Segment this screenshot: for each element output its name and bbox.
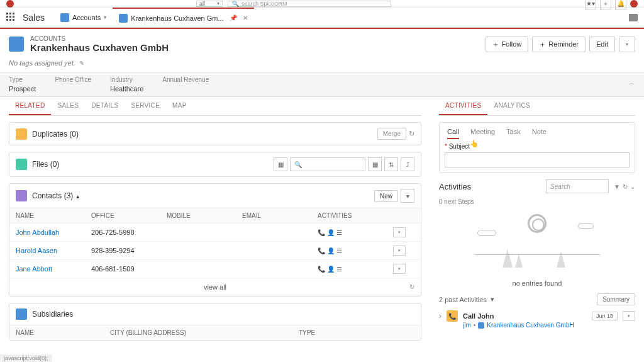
subject-input[interactable]: [445, 152, 630, 167]
app-launcher-icon[interactable]: [6, 13, 16, 23]
person-icon[interactable]: 👤: [327, 266, 335, 273]
nav-tab-accounts[interactable]: Accounts ▾: [54, 8, 113, 28]
refresh-icon[interactable]: ↻: [409, 130, 414, 138]
contact-office: 406-681-1509: [91, 265, 167, 273]
plus-icon: ＋: [539, 40, 546, 49]
new-contact-button[interactable]: New: [374, 190, 398, 202]
collapse-fields-icon[interactable]: ︿: [629, 79, 635, 88]
refresh-icon[interactable]: ↻: [409, 283, 414, 290]
chevron-down-icon[interactable]: ⌄: [630, 183, 635, 190]
activities-search[interactable]: Search: [546, 179, 609, 193]
files-panel: Files (0) ▦ 🔍 ▦ ⇅ ⤴: [9, 152, 421, 177]
files-title: Files (0): [32, 160, 59, 169]
user-avatar-icon[interactable]: [630, 0, 638, 8]
scope-select[interactable]: all ▾: [196, 1, 223, 7]
reminder-button[interactable]: ＋Reminder: [532, 37, 586, 52]
col-office: OFFICE: [91, 212, 167, 219]
past-activities-header[interactable]: 2 past Activities ▾ Summary: [439, 293, 635, 305]
files-search[interactable]: 🔍: [290, 157, 365, 171]
table-row: Harold Aasen 928-395-9294 📞👤☰ ▾: [9, 242, 421, 260]
contacts-panel: Contacts (3) ▲ New ▾ NAME OFFICE MOBILE …: [9, 183, 421, 297]
top-bar: all ▾ 🔍 search SpiceCRM ★▾ ＋ 🔔: [0, 0, 644, 8]
contact-name-link[interactable]: Harold Aasen: [16, 247, 91, 254]
activity-account[interactable]: Krankenhaus Cuxhaven GmbH: [487, 322, 574, 329]
edit-button[interactable]: Edit: [589, 37, 615, 52]
quick-tab-task[interactable]: Task: [506, 128, 521, 139]
merge-button[interactable]: Merge: [377, 128, 406, 140]
task-icon[interactable]: ☰: [336, 229, 342, 236]
field-label-revenue: Annual Revenue: [162, 76, 209, 83]
contact-office: 928-395-9294: [91, 247, 167, 254]
call-icon[interactable]: 📞: [318, 229, 325, 236]
close-icon[interactable]: ✕: [243, 14, 248, 21]
tab-sales[interactable]: SALES: [51, 97, 85, 115]
field-value-industry: Healthcare: [110, 85, 143, 93]
row-menu-icon[interactable]: ▾: [393, 264, 406, 274]
call-icon[interactable]: 📞: [318, 266, 325, 273]
person-icon[interactable]: 👤: [327, 247, 335, 254]
notifications-icon[interactable]: 🔔: [615, 0, 626, 9]
row-menu-icon[interactable]: ▾: [393, 227, 406, 237]
fields-summary: TypeProspect Phone Office IndustryHealth…: [0, 72, 644, 97]
tab-analytics[interactable]: ANALYTICS: [487, 97, 536, 115]
pin-icon[interactable]: 📌: [230, 14, 237, 21]
filter-icon[interactable]: ▼: [614, 183, 620, 190]
scope-select-value: all: [199, 1, 205, 7]
task-icon[interactable]: ☰: [336, 247, 342, 254]
activity-menu-icon[interactable]: ▾: [623, 311, 635, 321]
activity-item[interactable]: › 📞 Call John Jun 18 ▾: [439, 310, 635, 322]
edit-tags-icon[interactable]: ✎: [79, 60, 84, 67]
subsidiaries-title: Subsidiaries: [32, 310, 73, 319]
contacts-menu-icon[interactable]: ▾: [401, 189, 414, 203]
col-mobile: MOBILE: [167, 212, 242, 219]
status-bar: javascript:void(0);: [0, 354, 52, 362]
add-icon[interactable]: ＋: [600, 0, 611, 9]
quick-tab-note[interactable]: Note: [532, 128, 547, 139]
briefcase-icon[interactable]: [629, 14, 638, 21]
contact-office: 206-725-5998: [91, 229, 167, 236]
contact-name-link[interactable]: John Abdullah: [16, 229, 91, 236]
app-logo-icon: [6, 0, 14, 8]
chevron-up-icon[interactable]: ▲: [75, 194, 80, 200]
task-icon[interactable]: ☰: [336, 266, 342, 273]
contacts-icon: [16, 190, 27, 201]
contact-name-link[interactable]: Jane Abbott: [16, 265, 91, 273]
sort-icon[interactable]: ⇅: [384, 157, 398, 171]
contacts-table-head: NAME OFFICE MOBILE EMAIL ACTIVITIES: [9, 208, 421, 223]
activities-title: Activities: [439, 182, 471, 191]
empty-illustration: [439, 208, 635, 277]
left-tabs: RELATED SALES DETAILS SERVICE MAP: [9, 97, 421, 116]
summary-button[interactable]: Summary: [597, 293, 635, 305]
tab-service[interactable]: SERVICE: [125, 97, 166, 115]
view-all-link[interactable]: view all ↻: [9, 278, 421, 296]
subsidiaries-icon: [16, 308, 27, 320]
nav-tab-record[interactable]: Krankenhaus Cuxhaven Gm... 📌 ✕: [113, 8, 253, 28]
quick-tab-meeting[interactable]: Meeting: [470, 128, 495, 139]
next-steps-label: 0 next Steps: [439, 198, 635, 205]
nav-tab-label: Krankenhaus Cuxhaven Gm...: [131, 14, 223, 22]
search-icon: 🔍: [294, 161, 302, 168]
tab-details[interactable]: DETAILS: [85, 97, 125, 115]
favorites-icon[interactable]: ★▾: [585, 0, 596, 9]
chevron-down-icon: ▾: [491, 295, 494, 303]
list-view-icon[interactable]: ▦: [274, 157, 287, 171]
person-icon[interactable]: 👤: [327, 229, 335, 236]
tab-activities[interactable]: ACTIVITIES: [439, 97, 487, 115]
activity-subline: jim • Krankenhaus Cuxhaven GmbH: [463, 322, 635, 329]
duplicates-panel: Duplicates (0) Merge ↻: [9, 122, 421, 145]
expand-icon[interactable]: ›: [439, 312, 441, 320]
upload-icon[interactable]: ⤴: [401, 157, 414, 171]
tab-related[interactable]: RELATED: [9, 97, 51, 115]
more-actions-button[interactable]: ▾: [619, 37, 635, 52]
tab-map[interactable]: MAP: [166, 97, 193, 115]
chevron-down-icon: ▾: [104, 14, 106, 20]
grid-view-icon[interactable]: ▦: [368, 157, 382, 171]
row-menu-icon[interactable]: ▾: [393, 246, 406, 256]
activity-title: Call John: [463, 312, 494, 320]
activity-user[interactable]: jim: [463, 322, 471, 329]
global-search[interactable]: 🔍 search SpiceCRM: [228, 1, 391, 7]
call-icon[interactable]: 📞: [318, 247, 325, 254]
refresh-icon[interactable]: ↻: [623, 183, 628, 190]
quick-tab-call[interactable]: Call: [447, 128, 459, 139]
follow-button[interactable]: ＋Follow: [486, 37, 529, 52]
